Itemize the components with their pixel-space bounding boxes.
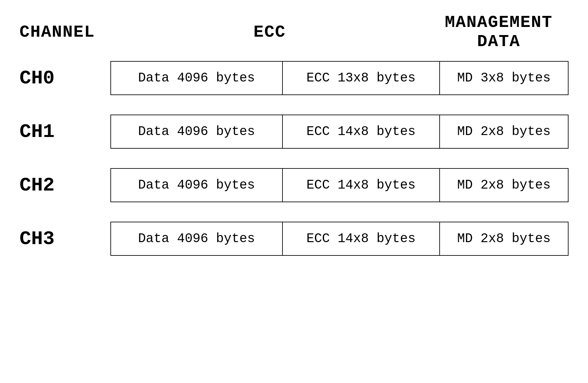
data-cell-ch3: Data 4096 bytes: [111, 222, 283, 255]
channel-row-ch1: CH1Data 4096 bytesECC 14x8 bytesMD 2x8 b…: [19, 115, 569, 149]
data-cell-ch1: Data 4096 bytes: [111, 115, 283, 148]
data-cell-ch2: Data 4096 bytes: [111, 169, 283, 202]
channel-label-ch3: CH3: [19, 228, 110, 250]
ecc-cell-ch1: ECC 14x8 bytes: [283, 115, 440, 148]
channel-data-box-ch3: Data 4096 bytesECC 14x8 bytesMD 2x8 byte…: [110, 222, 569, 256]
channel-label-ch1: CH1: [19, 121, 110, 143]
md-cell-ch0: MD 3x8 bytes: [440, 62, 568, 94]
channel-data-box-ch2: Data 4096 bytesECC 14x8 bytesMD 2x8 byte…: [110, 168, 569, 202]
md-cell-ch2: MD 2x8 bytes: [440, 169, 568, 202]
md-cell-ch3: MD 2x8 bytes: [440, 222, 568, 255]
header-row: CHANNEL ECC MANAGEMENT DATA: [19, 13, 569, 51]
data-cell-ch0: Data 4096 bytes: [111, 62, 283, 94]
channel-row-ch2: CH2Data 4096 bytesECC 14x8 bytesMD 2x8 b…: [19, 168, 569, 202]
ecc-cell-ch0: ECC 13x8 bytes: [283, 62, 440, 94]
channel-row-ch3: CH3Data 4096 bytesECC 14x8 bytesMD 2x8 b…: [19, 222, 569, 256]
channel-row-ch0: CH0Data 4096 bytesECC 13x8 bytesMD 3x8 b…: [19, 61, 569, 95]
channel-data-box-ch1: Data 4096 bytesECC 14x8 bytesMD 2x8 byte…: [110, 115, 569, 149]
header-channel-label: CHANNEL: [19, 23, 110, 42]
channel-data-box-ch0: Data 4096 bytesECC 13x8 bytesMD 3x8 byte…: [110, 61, 569, 95]
channel-label-ch2: CH2: [19, 174, 110, 196]
ecc-cell-ch3: ECC 14x8 bytes: [283, 222, 440, 255]
ecc-cell-ch2: ECC 14x8 bytes: [283, 169, 440, 202]
channel-label-ch0: CH0: [19, 67, 110, 89]
md-cell-ch1: MD 2x8 bytes: [440, 115, 568, 148]
header-management-label: MANAGEMENT DATA: [429, 13, 569, 51]
header-ecc-label: ECC: [110, 23, 429, 42]
